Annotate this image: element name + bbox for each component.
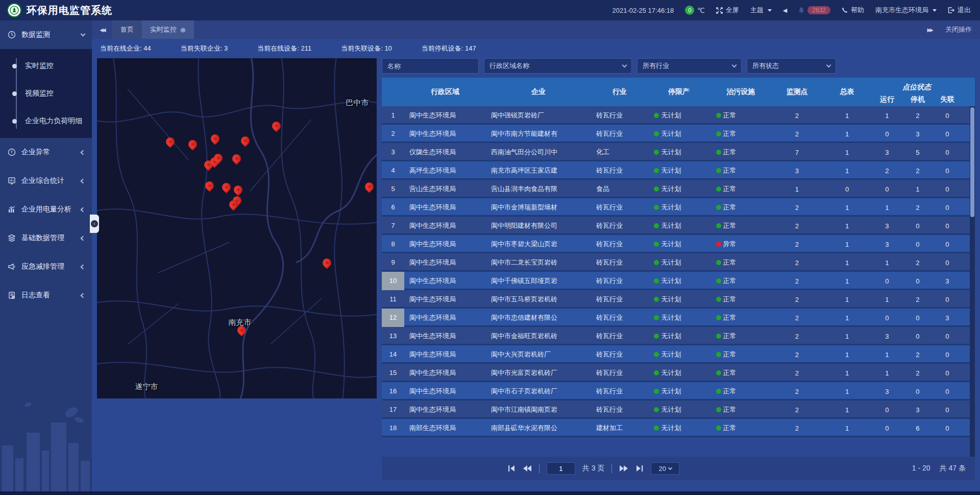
cell-facility-status: 异常	[710, 240, 772, 249]
cell-stopped: 2	[902, 259, 933, 267]
last-page-button[interactable]	[635, 465, 644, 472]
sidebar-item-company-statistics[interactable]: 企业综合统计	[0, 167, 92, 195]
sidebar-item-log-view[interactable]: 日志查看	[0, 281, 92, 310]
cell-region: 阆中生态环境局	[404, 240, 486, 249]
tab-home[interactable]: 首页	[112, 20, 142, 39]
cell-region: 阆中生态环境局	[404, 129, 486, 138]
map-panel[interactable]: 巴中市南充市遂宁市	[97, 58, 377, 398]
tabs-scroll-right-button[interactable]: ▶▶	[927, 27, 932, 33]
prev-page-button[interactable]	[523, 465, 532, 472]
logout-button[interactable]: 退出	[948, 6, 971, 15]
table-row[interactable]: 1 阆中生态环境局 阆中强锐页岩砖厂 砖瓦行业 无计划 正常 2 1 1 2 0	[382, 106, 975, 125]
cell-running: 1	[872, 369, 902, 377]
sidebar-item-video-monitor[interactable]: 视频监控	[0, 80, 92, 107]
sidebar-item-emergency-reduction[interactable]: 应急减排管理	[0, 252, 92, 281]
region-select[interactable]: 行政区域名称	[484, 58, 632, 74]
table-row[interactable]: 14 阆中生态环境局 阆中大兴页岩机砖厂 砖瓦行业 无计划 正常 2 1 1 2…	[382, 345, 975, 364]
page-size-select[interactable]: 20	[651, 462, 679, 475]
table-row[interactable]: 8 阆中生态环境局 阆中市枣碧大梁山页岩 砖瓦行业 无计划 异常 2 1 3 0…	[382, 235, 975, 253]
sidebar-item-company-abnormal[interactable]: 企业异常	[0, 138, 92, 167]
table-row[interactable]: 16 阆中生态环境局 阆中市石子页岩机砖厂 砖瓦行业 无计划 正常 2 1 3 …	[382, 382, 975, 400]
tabs-scroll-left-button[interactable]: ◀◀	[92, 27, 112, 33]
table-row[interactable]: 4 高坪生态环境局 南充市高坪区王家店建 砖瓦行业 无计划 正常 3 1 2 2…	[382, 161, 975, 180]
cell-facility-status: 正常	[710, 221, 772, 230]
sidebar-item-realtime-monitor[interactable]: 实时监控	[0, 52, 92, 80]
close-operations-button[interactable]: 关闭操作	[945, 25, 972, 34]
sidebar-item-power-load-detail[interactable]: 企业电力负荷明细	[0, 107, 92, 135]
pagination-bar: 共 3 页 20 1 - 20 共 47 条	[382, 457, 975, 480]
sidebar-item-power-analysis[interactable]: 企业用电量分析	[0, 195, 92, 224]
header-actions: 2021-02-25 17:46:18 0 ℃ 全屏 主题 ◀ 2632	[612, 6, 980, 15]
name-search-input[interactable]	[382, 58, 479, 74]
table-row[interactable]: 17 阆中生态环境局 阆中市江南镇阆南页岩 砖瓦行业 无计划 正常 2 1 0 …	[382, 400, 975, 419]
mute-button[interactable]: ◀	[783, 7, 787, 14]
cell-offline: 0	[933, 130, 962, 138]
status-dot-icon	[654, 205, 659, 210]
status-select[interactable]: 所有状态	[747, 58, 836, 74]
tab-realtime-monitor[interactable]: 实时监控 ⊗	[142, 20, 194, 39]
table-row[interactable]: 5 营山生态环境局 营山县润丰肉食品有限 食品 无计划 正常 1 0 0 1 0	[382, 180, 975, 198]
help-button[interactable]: 帮助	[842, 6, 864, 15]
table-body: 1 阆中生态环境局 阆中强锐页岩砖厂 砖瓦行业 无计划 正常 2 1 1 2 0	[382, 106, 975, 457]
table-row[interactable]: 2 阆中生态环境局 阆中市南方节能建材有 砖瓦行业 无计划 正常 2 1 0 3…	[382, 125, 975, 143]
table-row[interactable]: 12 阆中生态环境局 阆中市忠信建材有限公 砖瓦行业 无计划 正常 2 1 0 …	[382, 309, 975, 327]
user-dropdown[interactable]: 南充市生态环境局	[875, 6, 937, 15]
stats-board-icon	[7, 177, 16, 185]
cell-offline: 0	[933, 167, 962, 175]
cell-industry: 砖瓦行业	[591, 295, 648, 304]
status-dot-icon	[716, 389, 721, 394]
megaphone-icon	[7, 263, 16, 271]
col-meters: 总表	[822, 87, 872, 97]
table-row[interactable]: 15 阆中生态环境局 阆中市光富页岩机砖厂 砖瓦行业 无计划 正常 2 1 1 …	[382, 364, 975, 382]
table-row[interactable]: 6 阆中生态环境局 阆中市金博瑞新型墙材 砖瓦行业 无计划 正常 2 1 1 2…	[382, 198, 975, 217]
table-row[interactable]: 11 阆中生态环境局 阆中市五马桥页岩机砖 砖瓦行业 无计划 正常 2 1 1 …	[382, 290, 975, 309]
cell-facility-status: 正常	[710, 368, 772, 378]
table-row[interactable]: 18 南部生态环境局 南部县砿华水泥有限公 建材加工 无计划 正常 2 1 0 …	[382, 419, 975, 437]
stat-value: 211	[301, 44, 311, 52]
table-row[interactable]: 9 阆中生态环境局 阆中市二龙长宝页岩砖 砖瓦行业 无计划 正常 2 1 1 2…	[382, 253, 975, 272]
table-row[interactable]: 13 阆中生态环境局 阆中市金福旺页岩机砖 砖瓦行业 无计划 正常 2 1 3 …	[382, 327, 975, 345]
cell-points: 2	[772, 314, 822, 322]
sidebar: 数据监测 实时监控 视频监控 企业电力负荷明细 企业异常 企业综合统计	[0, 20, 92, 495]
pagination-controls: 共 3 页 20	[507, 462, 680, 475]
cell-industry: 砖瓦行业	[591, 276, 648, 286]
filter-bar: 行政区域名称 所有行业 所有状态	[382, 58, 975, 74]
status-dot-icon	[716, 297, 721, 302]
scrollbar-thumb[interactable]	[970, 107, 974, 217]
cell-facility-status: 正常	[710, 258, 772, 267]
close-tab-icon[interactable]: ⊗	[180, 26, 186, 34]
status-dot-icon	[716, 352, 721, 357]
col-limit: 停限产	[648, 87, 709, 97]
stat-item: 当前停机设备147	[422, 44, 476, 53]
page-number-input[interactable]	[547, 462, 575, 475]
sidebar-item-data-monitor[interactable]: 数据监测	[0, 20, 92, 49]
notifications[interactable]: 2632	[798, 6, 830, 14]
table-row[interactable]: 10 阆中生态环境局 阆中千佛镇五郎垭页岩 砖瓦行业 无计划 正常 2 1 0 …	[382, 272, 975, 290]
next-page-button[interactable]	[619, 465, 628, 472]
cell-facility-status: 正常	[710, 387, 772, 396]
bullet-dot-icon	[12, 91, 17, 96]
status-dot-icon	[654, 389, 659, 394]
status-dot-icon	[654, 352, 659, 357]
sidebar-collapse-handle[interactable]: ‹	[90, 215, 99, 233]
cell-company: 阆中市石子页岩机砖厂	[486, 387, 591, 396]
cell-company: 南部县砿华水泥有限公	[486, 423, 591, 433]
table-row[interactable]: 3 仪陇生态环境局 西南油气田分公司川中 化工 无计划 正常 7 1 3 5 0	[382, 143, 975, 161]
cell-region: 阆中生态环境局	[404, 221, 486, 230]
first-page-button[interactable]	[507, 465, 516, 472]
brand: 环保用电监管系统	[0, 3, 163, 17]
cell-region: 阆中生态环境局	[404, 111, 486, 120]
status-dot-icon	[654, 278, 659, 284]
industry-select[interactable]: 所有行业	[637, 58, 742, 74]
fullscreen-button[interactable]: 全屏	[716, 6, 739, 15]
name-search-field[interactable]	[387, 62, 473, 70]
fullscreen-icon	[716, 7, 723, 14]
cell-points: 2	[772, 351, 822, 359]
chevron-down-icon	[826, 63, 831, 68]
table-scrollbar[interactable]	[970, 106, 975, 457]
cell-meters: 1	[822, 259, 872, 267]
status-dot-icon	[716, 205, 721, 210]
sidebar-item-base-data[interactable]: 基础数据管理	[0, 224, 92, 252]
theme-dropdown[interactable]: 主题	[750, 6, 772, 15]
table-row[interactable]: 7 阆中生态环境局 阆中明阳建材有限公司 砖瓦行业 无计划 正常 2 1 3 0…	[382, 217, 975, 235]
